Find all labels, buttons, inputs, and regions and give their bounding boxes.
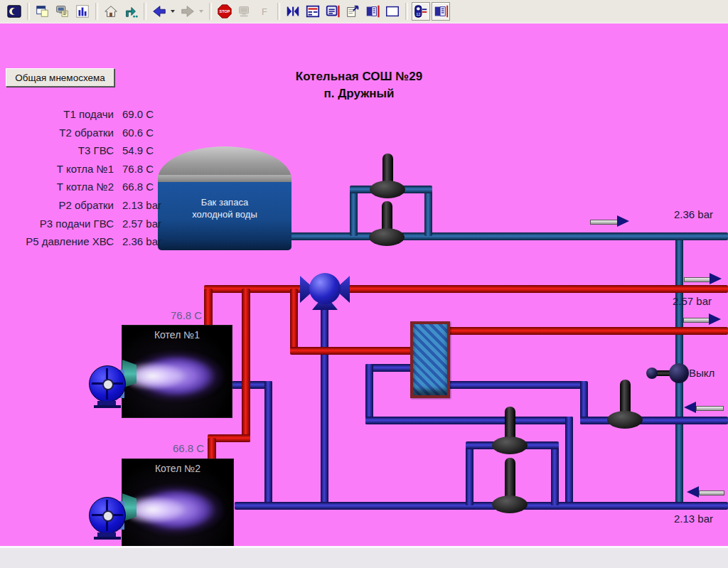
forward-history-dropdown[interactable] bbox=[198, 2, 205, 21]
pipe-hx-left-outlet-drop bbox=[565, 417, 573, 506]
reading-p5-cold: Р5 давление ХВС2.36 bar bbox=[0, 232, 185, 251]
pipe-mixing-valve-drop bbox=[321, 289, 328, 506]
toolbar-separator bbox=[405, 3, 408, 20]
window-report-icon bbox=[55, 4, 70, 19]
boiler-1: Котел №1 bbox=[122, 326, 232, 417]
pressure-dhw-supply: 2.57 bar bbox=[673, 295, 712, 307]
toolbar-stop-button[interactable]: STOP bbox=[215, 2, 234, 21]
pipe-hx-left-outlet-run bbox=[365, 417, 573, 424]
value-table-icon bbox=[305, 4, 321, 19]
toolbar-window-report-button[interactable] bbox=[53, 2, 72, 21]
reading-t1-supply: Т1 подачи69.0 С bbox=[0, 105, 185, 124]
toolbar-device-panel-button[interactable]: 12 bbox=[412, 2, 430, 21]
back-arrow-icon bbox=[151, 4, 167, 19]
boiler-2-flame bbox=[127, 483, 226, 536]
pipe-return-bypass-right-riser bbox=[551, 445, 559, 505]
pipe-boiler2-supply-riser bbox=[242, 289, 250, 442]
makeup-pump[interactable] bbox=[643, 363, 689, 385]
pressure-cold-water: 2.36 bar bbox=[674, 208, 713, 220]
toolbar-remote-computer-button[interactable] bbox=[235, 2, 254, 21]
pipe-dhw-supply bbox=[448, 327, 728, 335]
up-level-icon bbox=[123, 4, 139, 19]
overview-mnemoscheme-button[interactable]: Общая мнемосхема bbox=[6, 68, 114, 87]
toolbar-open-window-button[interactable] bbox=[33, 2, 52, 21]
pipe-boiler2-supply-drop bbox=[208, 438, 216, 460]
object-properties-icon bbox=[345, 4, 360, 19]
boiler-1-title: Котел №1 bbox=[122, 329, 232, 341]
pipe-hx-left-outlet-v bbox=[365, 364, 373, 424]
stop-icon: STOP bbox=[217, 4, 232, 19]
bottom-strip bbox=[0, 546, 728, 568]
document-book-icon bbox=[433, 4, 449, 19]
reading-boiler1-temp: Т котла №176.8 С bbox=[0, 160, 185, 178]
toolbar-exit-runtime-button[interactable] bbox=[5, 2, 23, 21]
pipe-supply-main bbox=[204, 285, 728, 293]
boiler-2-fan bbox=[89, 495, 129, 541]
toolbar-separator bbox=[95, 3, 98, 20]
pipe-cold-bypass-right-riser bbox=[424, 189, 432, 236]
pipe-return-bypass-left-riser bbox=[466, 445, 473, 505]
boiler-2: Котел №2 bbox=[122, 459, 233, 551]
report-book-icon bbox=[365, 4, 380, 19]
reading-t2-return: Т2 обратки60.6 С bbox=[0, 124, 185, 142]
toolbar-message-journal-button[interactable] bbox=[323, 2, 342, 21]
toolbar-forward-button[interactable] bbox=[178, 2, 197, 21]
boiler-2-temp: 66.8 С bbox=[173, 442, 204, 454]
toolbar-separator bbox=[144, 3, 146, 20]
toolbar-home-button[interactable] bbox=[102, 2, 120, 21]
pipe-hx-bottom-outlet-h bbox=[448, 381, 584, 389]
toolbar-trend-chart-button[interactable] bbox=[73, 2, 92, 21]
toolbar-blank-frame-button[interactable] bbox=[383, 2, 402, 21]
boiler-1-flame bbox=[127, 350, 226, 402]
toolbar-value-table-button[interactable] bbox=[304, 2, 322, 21]
boiler-1-fan bbox=[89, 364, 129, 409]
message-journal-icon bbox=[325, 4, 341, 19]
toolbar-separator bbox=[27, 3, 30, 20]
heat-exchanger bbox=[410, 321, 450, 398]
pipe-dhw-circulation-return bbox=[580, 417, 728, 424]
toolbar-document-book-button[interactable] bbox=[432, 2, 450, 21]
pressure-return-line: 2.13 bar bbox=[674, 513, 713, 525]
home-icon bbox=[103, 4, 119, 19]
reading-boiler2-temp: Т котла №266.8 С bbox=[0, 178, 185, 196]
reading-p3-dhw: Р3 подачи ГВС2.57 bar bbox=[0, 215, 185, 233]
node-link-icon bbox=[285, 4, 301, 19]
exit-runtime-icon bbox=[6, 4, 22, 19]
toolbar-back-button[interactable] bbox=[150, 2, 168, 21]
forward-arrow-icon bbox=[180, 4, 196, 19]
mnemoscheme-canvas: Бак запаса холодной воды Котел №1 76.8 С… bbox=[0, 24, 728, 546]
pipe-boiler1-supply-riser bbox=[204, 289, 213, 326]
toolbar-report-book-button[interactable] bbox=[363, 2, 382, 21]
toolbar-up-level-button[interactable] bbox=[122, 2, 140, 21]
device-panel-icon: 12 bbox=[413, 4, 429, 19]
reading-t3-dhw: Т3 ГВС54.9 С bbox=[0, 141, 185, 160]
page-title: Котельная СОШ №29 п. Дружный bbox=[213, 68, 505, 102]
svg-text:12: 12 bbox=[416, 12, 420, 16]
pipe-return-main bbox=[235, 502, 728, 510]
toolbar-function-key-button[interactable]: F bbox=[255, 2, 274, 21]
readings-panel: Т1 подачи69.0 С Т2 обратки60.6 С Т3 ГВС5… bbox=[0, 105, 185, 251]
toolbar-separator bbox=[277, 3, 280, 20]
pipe-hx-inlet-h bbox=[290, 347, 412, 355]
pipe-boiler1-return-v bbox=[264, 381, 272, 506]
back-history-dropdown[interactable] bbox=[169, 2, 176, 21]
toolbar-separator bbox=[209, 3, 212, 20]
svg-text:F: F bbox=[262, 6, 267, 17]
open-window-icon bbox=[35, 4, 50, 19]
reading-p2-return: Р2 обратки2.13 bar bbox=[0, 196, 185, 215]
three-way-mixing-valve[interactable] bbox=[300, 270, 350, 311]
function-key-icon: F bbox=[257, 4, 272, 19]
makeup-pump-state: Выкл bbox=[689, 367, 714, 379]
blank-frame-icon bbox=[385, 4, 400, 19]
scada-window: STOP F 12 bbox=[0, 0, 728, 568]
toolbar-node-link-button[interactable] bbox=[284, 2, 302, 21]
remote-computer-icon bbox=[237, 4, 252, 19]
pipe-cold-bypass-left-riser bbox=[350, 189, 358, 236]
pipe-hx-inlet-v bbox=[290, 289, 298, 353]
boiler-2-title: Котел №2 bbox=[122, 463, 233, 474]
toolbar-object-properties-button[interactable] bbox=[343, 2, 362, 21]
trend-chart-icon bbox=[75, 4, 90, 19]
boiler-1-temp: 76.8 С bbox=[171, 309, 202, 321]
toolbar: STOP F 12 bbox=[0, 0, 728, 23]
svg-text:STOP: STOP bbox=[220, 9, 230, 14]
